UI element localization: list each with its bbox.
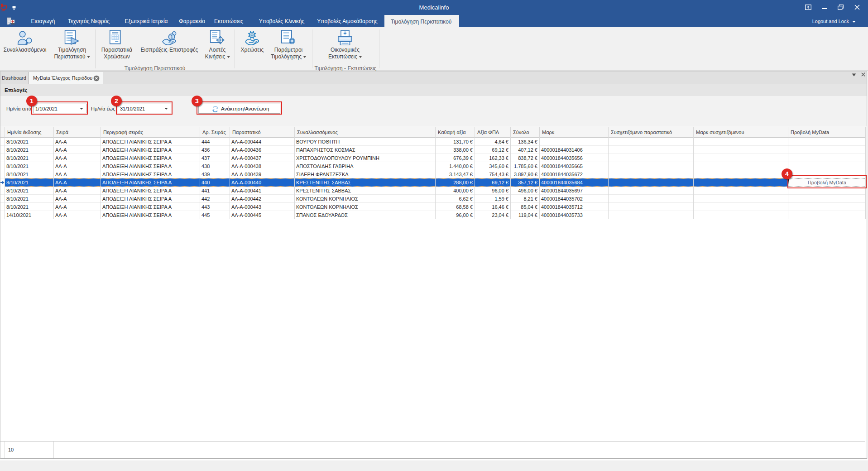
svg-text:1: 1 (171, 34, 173, 39)
